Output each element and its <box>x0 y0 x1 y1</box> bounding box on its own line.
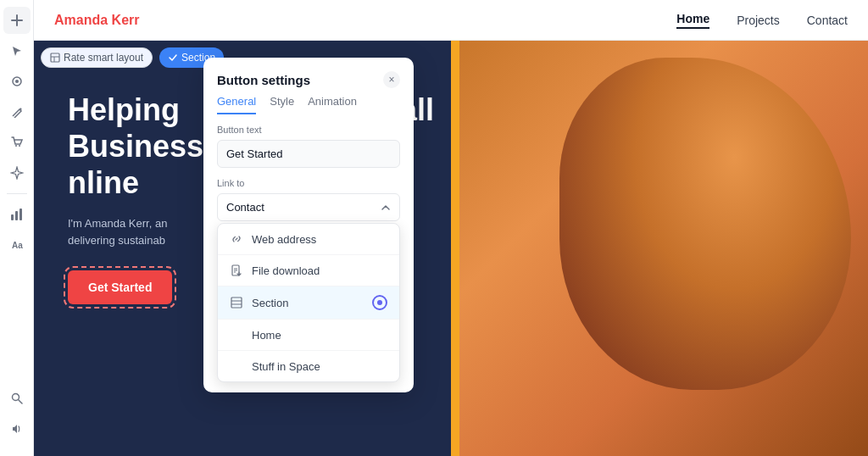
section-option-label: Section <box>252 297 288 309</box>
translate-icon[interactable]: Aa <box>3 231 31 259</box>
file-download-label: File download <box>252 264 320 277</box>
chevron-up-icon <box>381 203 391 213</box>
link-to-value: Contact <box>226 201 264 214</box>
link-to-dropdown: Web address <box>217 223 400 382</box>
get-started-button[interactable]: Get Started <box>68 270 172 304</box>
search-icon[interactable] <box>3 385 31 412</box>
add-icon[interactable] <box>3 7 31 34</box>
circle-dot <box>377 300 382 305</box>
rate-label: Rate smart layout <box>64 52 143 64</box>
file-icon <box>230 264 243 277</box>
toolbar-divider <box>7 193 27 194</box>
chart-icon[interactable] <box>3 201 31 228</box>
top-nav: Amanda Kerr Home Projects Contact <box>34 0 868 41</box>
nav-links: Home Projects Contact <box>676 12 848 29</box>
volume-icon[interactable] <box>3 415 31 442</box>
svg-point-3 <box>15 80 19 83</box>
home-option-label: Home <box>252 329 281 342</box>
home-icon-placeholder <box>230 328 243 342</box>
dropdown-item-file-download[interactable]: File download <box>218 255 399 286</box>
check-icon <box>168 53 178 63</box>
dropdown-item-home[interactable]: Home <box>218 320 399 350</box>
svg-rect-19 <box>231 298 242 308</box>
tab-animation[interactable]: Animation <box>308 95 357 114</box>
button-text-input[interactable] <box>217 140 400 168</box>
dialog-body: Button text Link to Contact <box>203 114 414 392</box>
dropdown-item-section[interactable]: Section <box>218 286 399 319</box>
left-toolbar: Aa <box>0 0 34 456</box>
dropdown-item-web-address[interactable]: Web address <box>218 224 399 254</box>
svg-rect-8 <box>19 209 22 220</box>
preview-right-panel <box>451 41 868 456</box>
nav-link-projects[interactable]: Projects <box>737 14 780 27</box>
hero-sub-text2: delivering sustainab <box>68 234 165 247</box>
stuff-in-space-label: Stuff in Space <box>252 360 320 373</box>
content-area: Helping all Businesses nline I'm Amanda … <box>34 41 868 456</box>
hero-sub-text1: I'm Amanda Kerr, an <box>68 217 167 230</box>
button-settings-dialog: Button settings × General Style Animatio… <box>203 58 414 392</box>
link-icon <box>230 232 243 246</box>
pen-icon[interactable] <box>3 98 31 125</box>
link-to-label: Link to <box>217 178 400 188</box>
svg-rect-12 <box>51 53 59 62</box>
nav-link-home[interactable]: Home <box>676 12 709 29</box>
sparkle-icon[interactable] <box>3 159 31 186</box>
paint-icon[interactable] <box>3 68 31 95</box>
svg-line-11 <box>18 400 22 404</box>
link-to-select[interactable]: Contact <box>217 193 400 221</box>
stuff-icon-placeholder <box>230 359 243 373</box>
toolbar-bottom <box>3 385 31 449</box>
section-icon <box>230 296 243 309</box>
selected-indicator <box>372 295 387 310</box>
rate-smart-layout-badge[interactable]: Rate smart layout <box>41 47 153 68</box>
web-address-label: Web address <box>252 233 316 246</box>
cart-icon[interactable] <box>3 129 31 156</box>
cursor-icon[interactable] <box>3 37 31 64</box>
svg-rect-7 <box>15 211 18 220</box>
main-area: Amanda Kerr Home Projects Contact Helpin… <box>34 0 868 456</box>
layout-icon <box>50 53 60 63</box>
svg-point-4 <box>15 145 17 147</box>
svg-text:Aa: Aa <box>12 241 23 250</box>
website-preview: Helping all Businesses nline I'm Amanda … <box>34 41 868 456</box>
tab-style[interactable]: Style <box>270 95 294 114</box>
button-text-label: Button text <box>217 125 400 135</box>
dialog-tabs: General Style Animation <box>203 88 414 114</box>
brand-name[interactable]: Amanda Kerr <box>54 13 139 28</box>
svg-point-5 <box>19 145 20 147</box>
dialog-header: Button settings × <box>203 58 414 88</box>
badges-bar: Rate smart layout Section <box>41 47 224 68</box>
nav-link-contact[interactable]: Contact <box>807 14 848 27</box>
dropdown-item-stuff-in-space[interactable]: Stuff in Space <box>218 351 399 381</box>
tab-general[interactable]: General <box>217 95 256 114</box>
dialog-title: Button settings <box>217 73 310 87</box>
svg-rect-6 <box>11 214 14 220</box>
dialog-close-button[interactable]: × <box>383 71 400 88</box>
